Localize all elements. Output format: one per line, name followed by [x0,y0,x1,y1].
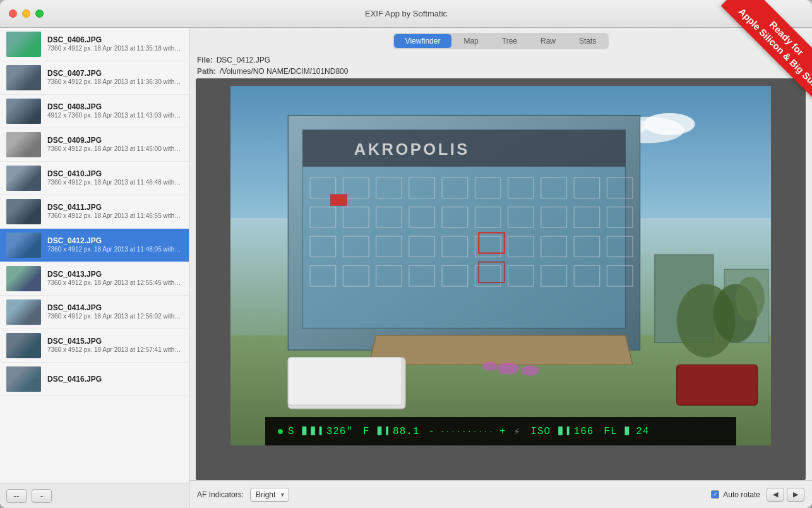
file-info: DSC_0415.JPG7360 x 4912 px. 18 Apr 2013 … [47,337,182,354]
tab-group: ViewfinderMapTreeRawStats [393,33,609,49]
status-shutter-seg: ▐▌▐▌▐ [300,426,321,436]
af-dropdown-wrap[interactable]: Bright Dark All None ▼ [250,488,289,502]
file-name-label: DSC_0415.JPG [47,337,182,346]
list-item[interactable]: DSC_0412.JPG7360 x 4912 px. 18 Apr 2013 … [0,229,189,262]
tabs-row: ViewfinderMapTreeRawStats [197,33,804,49]
scene-svg: AKROPOLIS [230,86,771,445]
tab-viewfinder[interactable]: Viewfinder [394,34,452,48]
tab-raw[interactable]: Raw [529,34,567,48]
list-item[interactable]: DSC_0411.JPG7360 x 4912 px. 18 Apr 2013 … [0,195,189,229]
bottom-controls: AF Indicators: Bright Dark All None ▼ ✓ [189,480,812,508]
file-name: DSC_0412.JPG [217,56,270,64]
file-meta-label: 7360 x 4912 px. 18 Apr 2013 at 11:36:30 … [47,78,182,87]
list-item[interactable]: DSC_0416.JPG [0,363,189,396]
af-dropdown[interactable]: Bright Dark All None [250,488,289,502]
file-thumbnail [6,32,41,57]
svg-rect-51 [331,195,347,205]
auto-rotate-checkbox[interactable]: ✓ [711,490,719,499]
status-aperture-label: F [363,426,370,437]
list-item[interactable]: DSC_0415.JPG7360 x 4912 px. 18 Apr 2013 … [0,329,189,363]
svg-text:AKROPOLIS: AKROPOLIS [354,140,470,158]
list-item[interactable]: DSC_0413.JPG7360 x 4912 px. 18 Apr 2013 … [0,262,189,296]
svg-point-2 [643,113,695,135]
tab-tree[interactable]: Tree [491,34,528,48]
list-item[interactable]: DSC_0414.JPG7360 x 4912 px. 18 Apr 2013 … [0,296,189,329]
file-info: DSC_0412.JPG7360 x 4912 px. 18 Apr 2013 … [47,236,182,254]
photo-area: AKROPOLIS [230,86,771,445]
minimize-button[interactable] [22,9,30,18]
file-info: DSC_0406.JPG7360 x 4912 px. 18 Apr 2013 … [47,35,182,53]
af-indicators-label: AF Indicators: [197,490,244,499]
sidebar-footer: -- - [0,483,189,508]
file-info: DSC_0410.JPG7360 x 4912 px. 18 Apr 2013 … [47,169,182,187]
status-shutter-val: 326" [326,426,353,437]
minus-button[interactable]: - [32,489,52,503]
file-meta-label: 7360 x 4912 px. 18 Apr 2013 at 11:46:48 … [47,178,182,187]
svg-rect-59 [677,365,758,405]
file-info: DSC_0407.JPG7360 x 4912 px. 18 Apr 2013 … [47,69,182,87]
nav-prev-button[interactable]: ◀ [767,488,784,502]
file-list[interactable]: DSC_0406.JPG7360 x 4912 px. 18 Apr 2013 … [0,28,189,483]
main-content: DSC_0406.JPG7360 x 4912 px. 18 Apr 2013 … [0,28,812,508]
status-ev-bar: ·········· [440,428,494,435]
file-thumbnail [6,132,41,157]
file-thumbnail [6,65,41,90]
tab-map[interactable]: Map [452,34,489,48]
file-thumbnail [6,166,41,191]
status-bar: S ▐▌▐▌▐ 326" F ▐▌▐ 88.1 - ·········· + ⚡ [265,417,736,445]
svg-marker-54 [369,336,633,365]
nav-next-button[interactable]: ▶ [787,488,804,502]
file-name-label: DSC_0407.JPG [47,69,182,78]
decrease-button[interactable]: -- [6,489,27,503]
file-thumbnail [6,266,41,291]
list-item[interactable]: DSC_0406.JPG7360 x 4912 px. 18 Apr 2013 … [0,28,189,61]
file-info: DSC_0416.JPG [47,375,182,384]
auto-rotate-label: Auto rotate [723,490,760,499]
status-iso-label: ISO [530,426,551,437]
status-flash: ⚡ [514,425,521,438]
svg-point-60 [497,363,519,375]
viewfinder-container: AKROPOLIS [196,78,806,480]
titlebar: EXIF App by Softmatic [0,0,812,28]
status-shutter: S [288,426,295,437]
status-fl-val: 24 [636,426,649,437]
file-name-label: DSC_0410.JPG [47,169,182,178]
file-meta-label: 7360 x 4912 px. 18 Apr 2013 at 12:56:02 … [47,312,182,321]
file-path-row: Path: /Volumes/NO NAME/DCIM/101ND800 [197,67,804,76]
file-label: File: [197,56,213,64]
list-item[interactable]: DSC_0408.JPG4912 x 7360 px. 18 Apr 2013 … [0,95,189,128]
status-fl-seg: ▐▌ [623,426,631,436]
status-fl-label: FL [604,426,617,437]
file-name-label: DSC_0406.JPG [47,35,182,44]
file-meta-label: 7360 x 4912 px. 18 Apr 2013 at 11:35:18 … [47,44,182,53]
file-info: DSC_0413.JPG7360 x 4912 px. 18 Apr 2013 … [47,270,182,287]
file-thumbnail [6,333,41,358]
file-info: DSC_0408.JPG4912 x 7360 px. 18 Apr 2013 … [47,102,182,120]
status-aperture-val: 88.1 [393,426,419,437]
file-info: DSC_0409.JPG7360 x 4912 px. 18 Apr 2013 … [47,136,182,154]
svg-rect-58 [288,358,402,405]
path-value: /Volumes/NO NAME/DCIM/101ND800 [220,67,348,76]
close-button[interactable] [9,9,17,18]
tab-stats[interactable]: Stats [568,34,607,48]
main-window: EXIF App by Softmatic DSC_0406.JPG7360 x… [0,0,812,508]
file-name-label: DSC_0408.JPG [47,102,182,111]
maximize-button[interactable] [35,9,44,18]
right-panel: ViewfinderMapTreeRawStats File: DSC_0412… [189,28,812,508]
file-meta-label: 4912 x 7360 px. 18 Apr 2013 at 11:43:03 … [47,111,182,120]
file-thumbnail [6,299,41,325]
file-meta-label: 7360 x 4912 px. 18 Apr 2013 at 12:57:41 … [47,346,182,354]
list-item[interactable]: DSC_0409.JPG7360 x 4912 px. 18 Apr 2013 … [0,128,189,162]
svg-point-65 [736,277,765,321]
list-item[interactable]: DSC_0410.JPG7360 x 4912 px. 18 Apr 2013 … [0,162,189,195]
path-label: Path: [197,67,216,76]
file-info: DSC_0414.JPG7360 x 4912 px. 18 Apr 2013 … [47,303,182,321]
file-thumbnail [6,99,41,124]
file-thumbnail [6,366,41,392]
file-thumbnail [6,199,41,224]
list-item[interactable]: DSC_0407.JPG7360 x 4912 px. 18 Apr 2013 … [0,61,189,95]
file-meta-label: 7360 x 4912 px. 18 Apr 2013 at 11:46:55 … [47,212,182,221]
file-info: DSC_0411.JPG7360 x 4912 px. 18 Apr 2013 … [47,203,182,221]
svg-point-61 [522,365,539,375]
traffic-lights [9,9,44,18]
